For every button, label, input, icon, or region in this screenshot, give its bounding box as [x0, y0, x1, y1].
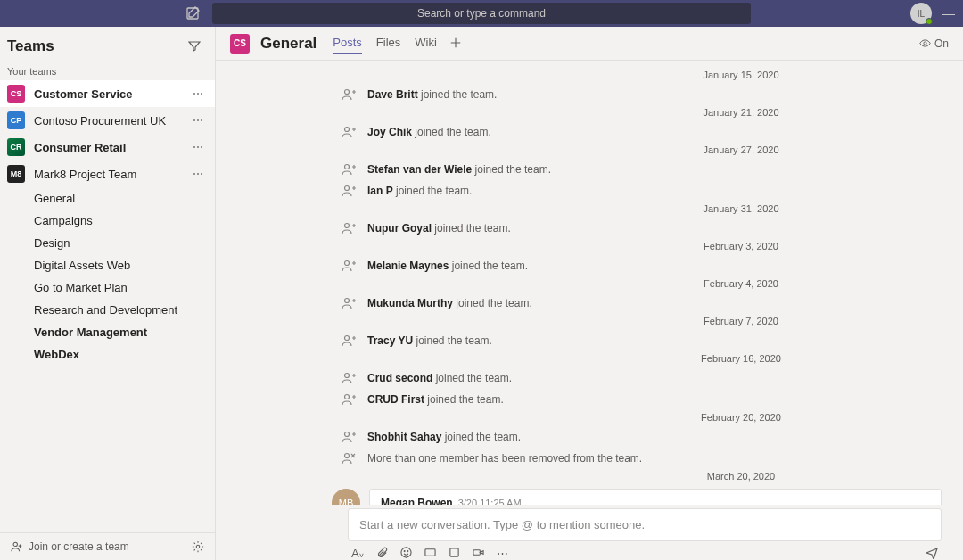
user-avatar[interactable]: IL	[910, 3, 932, 24]
system-message: Crud second joined the team.	[237, 367, 942, 389]
date-divider: February 20, 2020	[540, 412, 942, 423]
system-message: Dave Britt joined the team.	[237, 84, 942, 105]
sticker-icon[interactable]	[449, 547, 460, 560]
visibility-indicator[interactable]: On	[919, 37, 949, 50]
channel-item[interactable]: WebDex	[0, 343, 215, 366]
meetnow-icon[interactable]	[473, 547, 484, 560]
svg-point-11	[345, 336, 350, 341]
team-name: Mark8 Project Team	[34, 168, 189, 181]
person-add-icon	[341, 183, 357, 199]
minimize-icon[interactable]: —	[942, 6, 956, 21]
svg-point-14	[345, 432, 350, 437]
channel-item[interactable]: General	[0, 187, 215, 210]
tab-posts[interactable]: Posts	[333, 32, 362, 54]
filter-icon[interactable]	[188, 40, 201, 53]
channel-item[interactable]: Go to Market Plan	[0, 276, 215, 299]
compose-input[interactable]: Start a new conversation. Type @ to ment…	[348, 508, 942, 541]
date-divider: January 21, 2020	[540, 107, 942, 118]
svg-point-3	[924, 42, 926, 45]
post-author[interactable]: Megan Bowen	[381, 497, 453, 505]
person-add-icon	[341, 161, 357, 177]
person-add-icon	[341, 370, 357, 386]
search-input[interactable]: Search or type a command	[212, 3, 751, 24]
system-message: Tracy YU joined the team.	[237, 330, 942, 351]
tab-wiki[interactable]: Wiki	[415, 32, 437, 54]
send-icon[interactable]	[926, 547, 938, 560]
team-item[interactable]: CP Contoso Procurement UK ⋯	[0, 107, 215, 134]
svg-point-19	[404, 551, 405, 552]
sidebar: Teams Your teams CS Customer Service ⋯CP…	[0, 27, 216, 560]
team-name: Consumer Retail	[34, 141, 189, 154]
team-more-icon[interactable]: ⋯	[189, 168, 208, 180]
svg-rect-22	[450, 548, 458, 556]
date-divider: February 16, 2020	[540, 353, 942, 364]
join-create-team[interactable]: Join or create a team	[0, 532, 215, 560]
author-avatar[interactable]: MB	[332, 489, 360, 505]
system-message: Melanie Maynes joined the team.	[237, 255, 942, 276]
team-item[interactable]: CS Customer Service ⋯	[0, 80, 215, 107]
tab-files[interactable]: Files	[376, 32, 400, 54]
presence-indicator	[926, 18, 933, 25]
channel-header: CS General PostsFilesWiki On	[216, 27, 963, 61]
svg-point-12	[345, 374, 350, 378]
format-icon[interactable]: Aᵥ	[351, 547, 364, 560]
sidebar-title: Teams	[7, 37, 188, 55]
system-message: Mukunda Murthy joined the team.	[237, 292, 942, 314]
search-placeholder: Search or type a command	[417, 7, 546, 20]
svg-point-13	[345, 395, 350, 399]
post-timestamp: 3/20 11:25 AM	[458, 498, 522, 505]
person-remove-icon	[341, 450, 357, 466]
settings-icon[interactable]	[192, 540, 204, 553]
channel-icon: CS	[230, 34, 250, 54]
system-message: More than one member has been removed fr…	[237, 448, 942, 469]
team-name: Contoso Procurement UK	[34, 114, 189, 128]
svg-point-2	[196, 545, 200, 548]
gif-icon[interactable]	[424, 547, 436, 560]
svg-point-10	[345, 299, 350, 303]
team-item[interactable]: CR Consumer Retail ⋯	[0, 134, 215, 161]
svg-point-15	[345, 454, 350, 458]
channel-item[interactable]: Vendor Management	[0, 321, 215, 343]
team-more-icon[interactable]: ⋯	[189, 87, 208, 100]
system-message: Ian P joined the team.	[237, 180, 942, 202]
system-message: Joy Chik joined the team.	[237, 121, 942, 143]
person-add-icon	[341, 295, 357, 311]
messages-list[interactable]: January 15, 2020Dave Britt joined the te…	[216, 61, 963, 505]
team-icon: CS	[7, 85, 25, 103]
team-icon: CP	[7, 111, 25, 129]
svg-point-7	[345, 186, 350, 191]
team-more-icon[interactable]: ⋯	[189, 141, 208, 153]
date-divider: February 3, 2020	[540, 241, 942, 251]
svg-point-5	[345, 128, 350, 132]
team-item[interactable]: M8 Mark8 Project Team ⋯	[0, 161, 215, 187]
team-more-icon[interactable]: ⋯	[189, 114, 208, 127]
svg-point-20	[407, 551, 408, 552]
person-add-icon	[341, 429, 357, 445]
titlebar: Search or type a command IL —	[0, 0, 963, 27]
channel-item[interactable]: Campaigns	[0, 210, 215, 232]
new-message-icon[interactable]	[185, 5, 202, 21]
team-icon: M8	[7, 165, 25, 183]
message-post: MB Megan Bowen3/20 11:25 AM Today's less…	[237, 489, 942, 505]
date-divider: March 20, 2020	[540, 471, 942, 482]
attach-icon[interactable]	[376, 547, 388, 560]
svg-point-18	[401, 548, 411, 557]
add-tab-icon[interactable]	[449, 37, 464, 51]
system-message: Nupur Goyal joined the team.	[237, 218, 942, 239]
date-divider: February 7, 2020	[540, 316, 942, 326]
channel-item[interactable]: Design	[0, 232, 215, 254]
date-divider: February 4, 2020	[540, 278, 942, 289]
emoji-icon[interactable]	[400, 547, 412, 560]
channel-item[interactable]: Research and Development	[0, 299, 215, 321]
svg-rect-21	[425, 549, 435, 556]
channel-item[interactable]: Digital Assets Web	[0, 254, 215, 276]
team-icon: CR	[7, 138, 25, 156]
more-icon[interactable]: ⋯	[497, 547, 508, 560]
system-message: Shobhit Sahay joined the team.	[237, 426, 942, 448]
channel-title: General	[260, 35, 317, 53]
content-pane: CS General PostsFilesWiki On January 15,…	[216, 27, 963, 560]
section-label: Your teams	[0, 62, 215, 80]
svg-point-9	[345, 261, 350, 266]
svg-point-1	[13, 542, 17, 546]
svg-point-8	[345, 224, 350, 228]
